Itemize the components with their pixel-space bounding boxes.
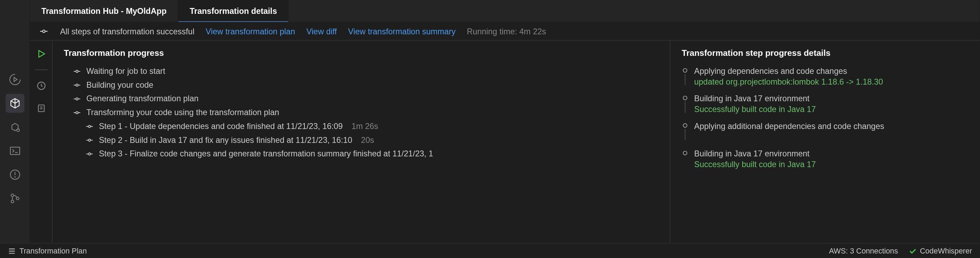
history-icon[interactable] bbox=[34, 79, 48, 92]
status-aws[interactable]: AWS: 3 Connections bbox=[829, 247, 898, 255]
step-label: Step 2 - Build in Java 17 and fix any is… bbox=[99, 135, 352, 145]
view-summary-link[interactable]: View transformation summary bbox=[348, 27, 456, 36]
progress-title: Transformation progress bbox=[64, 48, 659, 57]
node-icon bbox=[73, 108, 81, 116]
activity-run-icon[interactable] bbox=[5, 70, 24, 89]
status-plan[interactable]: Transformation Plan bbox=[8, 247, 87, 255]
view-diff-link[interactable]: View diff bbox=[306, 27, 337, 36]
detail-item: Building in Java 17 environment Successf… bbox=[682, 149, 969, 169]
progress-step: Step 1 - Update dependencies and code fi… bbox=[64, 121, 659, 131]
progress-label: Waiting for job to start bbox=[86, 66, 165, 76]
status-plan-label: Transformation Plan bbox=[19, 247, 87, 255]
progress-step: Step 3 - Finalize code changes and gener… bbox=[64, 149, 659, 158]
step-duration: 20s bbox=[361, 135, 374, 145]
svg-point-12 bbox=[76, 70, 78, 72]
side-toolbar bbox=[30, 41, 53, 258]
timeline-marker-icon bbox=[682, 94, 688, 113]
svg-point-15 bbox=[76, 111, 78, 113]
editor-tabs: Transformation Hub - MyOldApp Transforma… bbox=[30, 0, 980, 22]
step-label: Step 1 - Update dependencies and code fi… bbox=[99, 121, 343, 131]
node-icon bbox=[85, 135, 94, 144]
progress-label: Generating transformation plan bbox=[86, 94, 198, 104]
detail-sub: updated org.projectlombok:lombok 1.18.6 … bbox=[694, 77, 883, 86]
activity-toolkit-icon[interactable] bbox=[5, 118, 24, 136]
node-icon bbox=[73, 80, 81, 89]
detail-title: Building in Java 17 environment bbox=[694, 94, 816, 104]
progress-item: Waiting for job to start bbox=[64, 66, 659, 76]
detail-sub: Successfully built code in Java 17 bbox=[694, 159, 816, 169]
details-title: Transformation step progress details bbox=[682, 48, 969, 57]
detail-title: Applying additional dependencies and cod… bbox=[694, 121, 884, 131]
progress-item: Building your code bbox=[64, 80, 659, 89]
status-bar: Transformation Plan AWS: 3 Connections C… bbox=[0, 243, 980, 258]
activity-terminal-icon[interactable] bbox=[5, 142, 24, 160]
progress-item: Transforming your code using the transfo… bbox=[64, 107, 659, 117]
detail-item: Building in Java 17 environment Successf… bbox=[682, 94, 969, 114]
node-icon bbox=[85, 122, 94, 131]
timeline-marker-icon bbox=[682, 149, 688, 155]
check-icon bbox=[908, 247, 916, 255]
progress-label: Building your code bbox=[86, 80, 153, 89]
detail-sub: Successfully built code in Java 17 bbox=[694, 104, 816, 114]
activity-source-control-icon[interactable] bbox=[5, 189, 24, 208]
node-icon bbox=[73, 94, 81, 103]
svg-point-5 bbox=[11, 194, 14, 197]
svg-marker-9 bbox=[38, 51, 45, 57]
tab-transformation-hub[interactable]: Transformation Hub - MyOldApp bbox=[30, 0, 178, 22]
running-time: Running time: 4m 22s bbox=[467, 27, 546, 36]
progress-label: Transforming your code using the transfo… bbox=[86, 107, 279, 117]
toolbar-divider bbox=[35, 69, 47, 70]
view-plan-link[interactable]: View transformation plan bbox=[206, 27, 295, 36]
timeline-marker-icon bbox=[682, 66, 688, 85]
svg-point-17 bbox=[88, 139, 91, 141]
detail-item: Applying additional dependencies and cod… bbox=[682, 121, 969, 142]
play-icon[interactable] bbox=[34, 47, 48, 61]
svg-point-8 bbox=[43, 30, 45, 33]
detail-title: Building in Java 17 environment bbox=[694, 149, 816, 158]
progress-tree: Waiting for job to start Building your c… bbox=[64, 66, 659, 158]
timeline-marker-icon bbox=[682, 121, 688, 140]
status-codewhisperer[interactable]: CodeWhisperer bbox=[908, 247, 972, 255]
svg-point-4 bbox=[14, 177, 15, 178]
activity-warning-icon[interactable] bbox=[5, 166, 24, 184]
list-icon bbox=[8, 247, 16, 255]
transformation-status: All steps of transformation successful bbox=[60, 27, 194, 36]
step-duration: 1m 26s bbox=[352, 121, 378, 131]
subheader-bar: All steps of transformation successful V… bbox=[30, 22, 980, 41]
progress-panel: Transformation progress Waiting for job … bbox=[53, 41, 671, 258]
svg-rect-2 bbox=[10, 147, 19, 154]
detail-item: Applying dependencies and code changes u… bbox=[682, 66, 969, 86]
svg-point-18 bbox=[88, 153, 91, 154]
details-list: Applying dependencies and code changes u… bbox=[682, 66, 969, 169]
tab-transformation-details[interactable]: Transformation details bbox=[178, 0, 289, 22]
activity-bar bbox=[0, 0, 30, 258]
svg-point-16 bbox=[88, 125, 91, 127]
document-icon[interactable] bbox=[34, 101, 48, 115]
svg-point-6 bbox=[11, 200, 14, 203]
svg-point-7 bbox=[16, 197, 19, 200]
content-area: Transformation progress Waiting for job … bbox=[30, 41, 980, 258]
activity-amazon-q-icon[interactable] bbox=[5, 94, 24, 113]
details-panel: Transformation step progress details App… bbox=[670, 41, 980, 258]
progress-step: Step 2 - Build in Java 17 and fix any is… bbox=[64, 135, 659, 145]
svg-marker-0 bbox=[14, 77, 17, 81]
main-area: Transformation Hub - MyOldApp Transforma… bbox=[30, 0, 980, 258]
node-icon bbox=[85, 149, 94, 158]
step-label: Step 3 - Finalize code changes and gener… bbox=[99, 149, 433, 158]
detail-title: Applying dependencies and code changes bbox=[694, 66, 883, 76]
status-codewhisperer-label: CodeWhisperer bbox=[920, 247, 972, 255]
svg-point-13 bbox=[76, 84, 78, 86]
commit-icon bbox=[39, 26, 49, 37]
progress-item: Generating transformation plan bbox=[64, 94, 659, 104]
node-icon bbox=[73, 67, 81, 75]
svg-point-14 bbox=[76, 97, 78, 100]
